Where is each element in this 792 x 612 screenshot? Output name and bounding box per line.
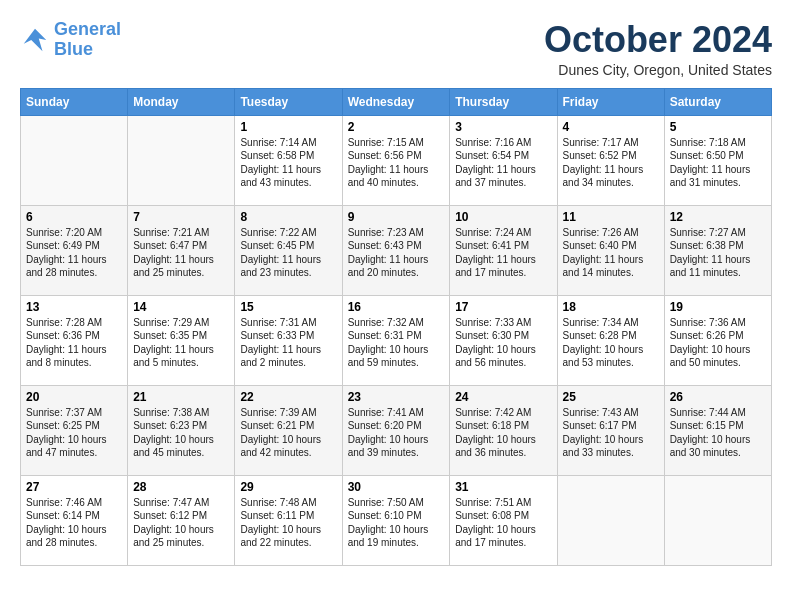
day-number: 16 bbox=[348, 300, 445, 314]
day-number: 30 bbox=[348, 480, 445, 494]
logo-general: General bbox=[54, 19, 121, 39]
logo-text: General Blue bbox=[54, 20, 121, 60]
day-info: Sunrise: 7:46 AMSunset: 6:14 PMDaylight:… bbox=[26, 496, 122, 550]
calendar-header-row: Sunday Monday Tuesday Wednesday Thursday… bbox=[21, 88, 772, 115]
page: General Blue October 2024 Dunes City, Or… bbox=[0, 0, 792, 576]
day-info: Sunrise: 7:50 AMSunset: 6:10 PMDaylight:… bbox=[348, 496, 445, 550]
day-number: 18 bbox=[563, 300, 659, 314]
day-number: 2 bbox=[348, 120, 445, 134]
header: General Blue October 2024 Dunes City, Or… bbox=[20, 20, 772, 78]
day-number: 19 bbox=[670, 300, 766, 314]
day-info: Sunrise: 7:14 AMSunset: 6:58 PMDaylight:… bbox=[240, 136, 336, 190]
day-info: Sunrise: 7:36 AMSunset: 6:26 PMDaylight:… bbox=[670, 316, 766, 370]
day-number: 10 bbox=[455, 210, 551, 224]
col-wednesday: Wednesday bbox=[342, 88, 450, 115]
svg-marker-0 bbox=[24, 29, 47, 52]
col-friday: Friday bbox=[557, 88, 664, 115]
day-info: Sunrise: 7:38 AMSunset: 6:23 PMDaylight:… bbox=[133, 406, 229, 460]
month-title: October 2024 bbox=[544, 20, 772, 60]
calendar-cell: 20Sunrise: 7:37 AMSunset: 6:25 PMDayligh… bbox=[21, 385, 128, 475]
calendar-cell: 10Sunrise: 7:24 AMSunset: 6:41 PMDayligh… bbox=[450, 205, 557, 295]
location-subtitle: Dunes City, Oregon, United States bbox=[544, 62, 772, 78]
day-info: Sunrise: 7:15 AMSunset: 6:56 PMDaylight:… bbox=[348, 136, 445, 190]
calendar-cell: 31Sunrise: 7:51 AMSunset: 6:08 PMDayligh… bbox=[450, 475, 557, 565]
calendar-week-row: 20Sunrise: 7:37 AMSunset: 6:25 PMDayligh… bbox=[21, 385, 772, 475]
day-info: Sunrise: 7:41 AMSunset: 6:20 PMDaylight:… bbox=[348, 406, 445, 460]
calendar-cell: 17Sunrise: 7:33 AMSunset: 6:30 PMDayligh… bbox=[450, 295, 557, 385]
calendar-cell: 3Sunrise: 7:16 AMSunset: 6:54 PMDaylight… bbox=[450, 115, 557, 205]
day-number: 28 bbox=[133, 480, 229, 494]
day-info: Sunrise: 7:34 AMSunset: 6:28 PMDaylight:… bbox=[563, 316, 659, 370]
day-info: Sunrise: 7:51 AMSunset: 6:08 PMDaylight:… bbox=[455, 496, 551, 550]
calendar-table: Sunday Monday Tuesday Wednesday Thursday… bbox=[20, 88, 772, 566]
calendar-cell: 22Sunrise: 7:39 AMSunset: 6:21 PMDayligh… bbox=[235, 385, 342, 475]
day-number: 20 bbox=[26, 390, 122, 404]
day-number: 11 bbox=[563, 210, 659, 224]
calendar-week-row: 1Sunrise: 7:14 AMSunset: 6:58 PMDaylight… bbox=[21, 115, 772, 205]
calendar-cell bbox=[557, 475, 664, 565]
day-number: 9 bbox=[348, 210, 445, 224]
day-info: Sunrise: 7:44 AMSunset: 6:15 PMDaylight:… bbox=[670, 406, 766, 460]
day-number: 12 bbox=[670, 210, 766, 224]
calendar-cell: 28Sunrise: 7:47 AMSunset: 6:12 PMDayligh… bbox=[128, 475, 235, 565]
day-info: Sunrise: 7:20 AMSunset: 6:49 PMDaylight:… bbox=[26, 226, 122, 280]
calendar-cell: 5Sunrise: 7:18 AMSunset: 6:50 PMDaylight… bbox=[664, 115, 771, 205]
day-number: 15 bbox=[240, 300, 336, 314]
calendar-week-row: 13Sunrise: 7:28 AMSunset: 6:36 PMDayligh… bbox=[21, 295, 772, 385]
day-info: Sunrise: 7:21 AMSunset: 6:47 PMDaylight:… bbox=[133, 226, 229, 280]
day-number: 21 bbox=[133, 390, 229, 404]
calendar-cell: 12Sunrise: 7:27 AMSunset: 6:38 PMDayligh… bbox=[664, 205, 771, 295]
day-number: 1 bbox=[240, 120, 336, 134]
calendar-cell: 11Sunrise: 7:26 AMSunset: 6:40 PMDayligh… bbox=[557, 205, 664, 295]
day-number: 13 bbox=[26, 300, 122, 314]
calendar-cell bbox=[21, 115, 128, 205]
calendar-cell: 21Sunrise: 7:38 AMSunset: 6:23 PMDayligh… bbox=[128, 385, 235, 475]
calendar-cell: 23Sunrise: 7:41 AMSunset: 6:20 PMDayligh… bbox=[342, 385, 450, 475]
col-sunday: Sunday bbox=[21, 88, 128, 115]
calendar-cell: 8Sunrise: 7:22 AMSunset: 6:45 PMDaylight… bbox=[235, 205, 342, 295]
calendar-cell: 26Sunrise: 7:44 AMSunset: 6:15 PMDayligh… bbox=[664, 385, 771, 475]
calendar-cell: 29Sunrise: 7:48 AMSunset: 6:11 PMDayligh… bbox=[235, 475, 342, 565]
day-number: 26 bbox=[670, 390, 766, 404]
calendar-cell: 24Sunrise: 7:42 AMSunset: 6:18 PMDayligh… bbox=[450, 385, 557, 475]
day-number: 6 bbox=[26, 210, 122, 224]
calendar-cell: 9Sunrise: 7:23 AMSunset: 6:43 PMDaylight… bbox=[342, 205, 450, 295]
col-tuesday: Tuesday bbox=[235, 88, 342, 115]
calendar-cell: 16Sunrise: 7:32 AMSunset: 6:31 PMDayligh… bbox=[342, 295, 450, 385]
day-info: Sunrise: 7:47 AMSunset: 6:12 PMDaylight:… bbox=[133, 496, 229, 550]
day-info: Sunrise: 7:37 AMSunset: 6:25 PMDaylight:… bbox=[26, 406, 122, 460]
day-number: 25 bbox=[563, 390, 659, 404]
day-number: 29 bbox=[240, 480, 336, 494]
day-number: 8 bbox=[240, 210, 336, 224]
day-number: 14 bbox=[133, 300, 229, 314]
day-number: 27 bbox=[26, 480, 122, 494]
day-info: Sunrise: 7:29 AMSunset: 6:35 PMDaylight:… bbox=[133, 316, 229, 370]
day-info: Sunrise: 7:31 AMSunset: 6:33 PMDaylight:… bbox=[240, 316, 336, 370]
day-number: 17 bbox=[455, 300, 551, 314]
day-info: Sunrise: 7:22 AMSunset: 6:45 PMDaylight:… bbox=[240, 226, 336, 280]
calendar-cell: 14Sunrise: 7:29 AMSunset: 6:35 PMDayligh… bbox=[128, 295, 235, 385]
day-info: Sunrise: 7:26 AMSunset: 6:40 PMDaylight:… bbox=[563, 226, 659, 280]
day-info: Sunrise: 7:24 AMSunset: 6:41 PMDaylight:… bbox=[455, 226, 551, 280]
day-info: Sunrise: 7:17 AMSunset: 6:52 PMDaylight:… bbox=[563, 136, 659, 190]
day-number: 3 bbox=[455, 120, 551, 134]
calendar-cell: 15Sunrise: 7:31 AMSunset: 6:33 PMDayligh… bbox=[235, 295, 342, 385]
calendar-cell: 13Sunrise: 7:28 AMSunset: 6:36 PMDayligh… bbox=[21, 295, 128, 385]
day-info: Sunrise: 7:18 AMSunset: 6:50 PMDaylight:… bbox=[670, 136, 766, 190]
day-info: Sunrise: 7:48 AMSunset: 6:11 PMDaylight:… bbox=[240, 496, 336, 550]
logo-blue: Blue bbox=[54, 39, 93, 59]
day-info: Sunrise: 7:27 AMSunset: 6:38 PMDaylight:… bbox=[670, 226, 766, 280]
day-number: 4 bbox=[563, 120, 659, 134]
calendar-week-row: 6Sunrise: 7:20 AMSunset: 6:49 PMDaylight… bbox=[21, 205, 772, 295]
calendar-cell: 2Sunrise: 7:15 AMSunset: 6:56 PMDaylight… bbox=[342, 115, 450, 205]
logo: General Blue bbox=[20, 20, 121, 60]
calendar-cell: 18Sunrise: 7:34 AMSunset: 6:28 PMDayligh… bbox=[557, 295, 664, 385]
calendar-cell bbox=[664, 475, 771, 565]
calendar-cell: 4Sunrise: 7:17 AMSunset: 6:52 PMDaylight… bbox=[557, 115, 664, 205]
calendar-cell: 7Sunrise: 7:21 AMSunset: 6:47 PMDaylight… bbox=[128, 205, 235, 295]
day-number: 24 bbox=[455, 390, 551, 404]
col-thursday: Thursday bbox=[450, 88, 557, 115]
calendar-cell: 19Sunrise: 7:36 AMSunset: 6:26 PMDayligh… bbox=[664, 295, 771, 385]
day-info: Sunrise: 7:23 AMSunset: 6:43 PMDaylight:… bbox=[348, 226, 445, 280]
day-number: 31 bbox=[455, 480, 551, 494]
